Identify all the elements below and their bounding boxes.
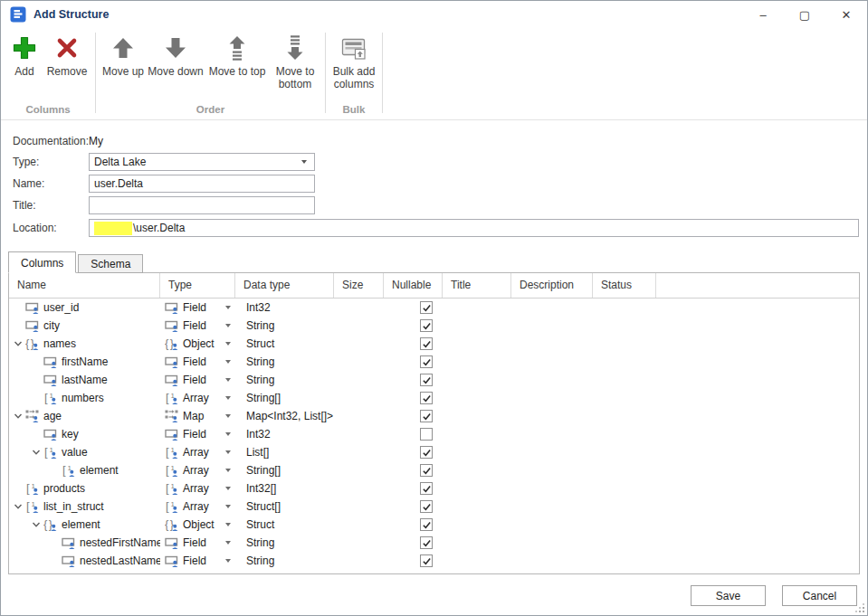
expander-chevron-icon[interactable] — [11, 409, 25, 423]
save-button[interactable]: Save — [691, 585, 766, 606]
nullable-cell[interactable] — [384, 407, 443, 425]
status-cell[interactable] — [593, 498, 656, 516]
type-dropdown-caret-icon[interactable] — [225, 469, 231, 472]
expander-chevron-icon[interactable] — [29, 445, 43, 460]
nullable-checkbox[interactable] — [420, 374, 433, 386]
type-dropdown-caret-icon[interactable] — [225, 505, 231, 508]
nullable-checkbox[interactable] — [420, 301, 433, 314]
cancel-button[interactable]: Cancel — [782, 585, 857, 606]
nullable-checkbox[interactable] — [420, 428, 433, 441]
bulk-add-columns-button[interactable]: Bulk add columns — [328, 33, 380, 91]
title-cell[interactable] — [443, 552, 511, 570]
nullable-checkbox[interactable] — [420, 500, 433, 513]
datatype-cell[interactable]: String — [235, 552, 334, 570]
size-cell[interactable] — [334, 407, 384, 425]
expander-chevron-icon[interactable] — [29, 517, 43, 532]
table-row[interactable]: numbers Array String[] — [9, 389, 859, 407]
size-cell[interactable] — [334, 498, 384, 516]
type-cell[interactable]: Object — [160, 516, 235, 534]
title-cell[interactable] — [443, 443, 511, 461]
name-input[interactable] — [89, 175, 315, 193]
name-cell[interactable]: age — [9, 407, 160, 425]
type-cell[interactable]: Array — [160, 498, 235, 516]
status-cell[interactable] — [593, 335, 656, 353]
description-cell[interactable] — [511, 407, 593, 425]
description-cell[interactable] — [511, 299, 593, 317]
description-cell[interactable] — [511, 371, 593, 389]
description-cell[interactable] — [511, 353, 593, 371]
description-cell[interactable] — [511, 498, 593, 516]
nullable-checkbox[interactable] — [420, 536, 433, 549]
status-cell[interactable] — [593, 425, 656, 443]
title-cell[interactable] — [443, 407, 511, 425]
type-dropdown-caret-icon[interactable] — [225, 360, 231, 364]
column-header-title[interactable]: Title — [443, 273, 511, 298]
size-cell[interactable] — [334, 371, 384, 389]
nullable-checkbox[interactable] — [420, 464, 433, 477]
nullable-cell[interactable] — [384, 498, 443, 516]
title-cell[interactable] — [443, 317, 511, 335]
type-cell[interactable]: Field — [160, 534, 235, 552]
datatype-cell[interactable]: List[] — [235, 443, 334, 461]
column-header-nullable[interactable]: Nullable — [384, 273, 443, 298]
status-cell[interactable] — [593, 461, 656, 479]
description-cell[interactable] — [511, 317, 593, 335]
table-row[interactable]: age Map Map<Int32, List[]> — [9, 407, 859, 425]
table-row[interactable]: lastName Field String — [9, 371, 859, 389]
description-cell[interactable] — [511, 516, 593, 534]
status-cell[interactable] — [593, 371, 656, 389]
description-cell[interactable] — [511, 389, 593, 407]
nullable-checkbox[interactable] — [420, 319, 433, 332]
status-cell[interactable] — [593, 353, 656, 371]
name-cell[interactable]: firstName — [9, 353, 160, 371]
status-cell[interactable] — [593, 552, 656, 570]
datatype-cell[interactable]: String[] — [235, 461, 334, 479]
size-cell[interactable] — [334, 299, 384, 317]
title-input[interactable] — [89, 196, 315, 214]
type-dropdown-caret-icon[interactable] — [225, 523, 231, 526]
type-dropdown-caret-icon[interactable] — [225, 559, 231, 563]
table-row[interactable]: nestedLastName Field String — [9, 552, 859, 570]
nullable-checkbox[interactable] — [420, 554, 433, 567]
type-cell[interactable]: Array — [160, 461, 235, 479]
name-cell[interactable]: numbers — [9, 389, 160, 407]
datatype-cell[interactable]: String — [235, 353, 334, 371]
size-cell[interactable] — [334, 389, 384, 407]
datatype-cell[interactable]: String — [235, 534, 334, 552]
status-cell[interactable] — [593, 407, 656, 425]
column-header-name[interactable]: Name — [9, 273, 160, 298]
nullable-checkbox[interactable] — [420, 337, 433, 350]
column-header-type[interactable]: Type — [160, 273, 235, 298]
type-cell[interactable]: Field — [160, 425, 235, 443]
size-cell[interactable] — [334, 461, 384, 479]
datatype-cell[interactable]: String[] — [235, 389, 334, 407]
move-up-button[interactable]: Move up — [100, 33, 147, 79]
name-cell[interactable]: nestedFirstName — [9, 534, 160, 552]
nullable-cell[interactable] — [384, 443, 443, 461]
description-cell[interactable] — [511, 443, 593, 461]
nullable-cell[interactable] — [384, 335, 443, 353]
type-cell[interactable]: Array — [160, 389, 235, 407]
datatype-cell[interactable]: String — [235, 371, 334, 389]
type-dropdown-caret-icon[interactable] — [225, 396, 231, 400]
nullable-cell[interactable] — [384, 353, 443, 371]
nullable-checkbox[interactable] — [420, 392, 433, 404]
move-to-top-button[interactable]: Move to top — [205, 33, 270, 79]
type-cell[interactable]: Object — [160, 335, 235, 353]
move-to-bottom-button[interactable]: Move to bottom — [270, 33, 320, 91]
maximize-button[interactable]: ▢ — [784, 1, 825, 28]
name-cell[interactable]: key — [9, 425, 160, 443]
nullable-cell[interactable] — [384, 534, 443, 552]
datatype-cell[interactable]: Struct[] — [235, 498, 334, 516]
size-cell[interactable] — [334, 425, 384, 443]
nullable-cell[interactable] — [384, 461, 443, 479]
name-cell[interactable]: lastName — [9, 371, 160, 389]
table-row[interactable]: products Array Int32[] — [9, 479, 859, 498]
type-dropdown-caret-icon[interactable] — [225, 541, 231, 545]
description-cell[interactable] — [511, 461, 593, 479]
title-cell[interactable] — [443, 353, 511, 371]
title-cell[interactable] — [443, 498, 511, 516]
description-cell[interactable] — [511, 479, 593, 498]
tab-columns[interactable]: Columns — [8, 251, 76, 273]
type-dropdown-caret-icon[interactable] — [225, 487, 231, 490]
